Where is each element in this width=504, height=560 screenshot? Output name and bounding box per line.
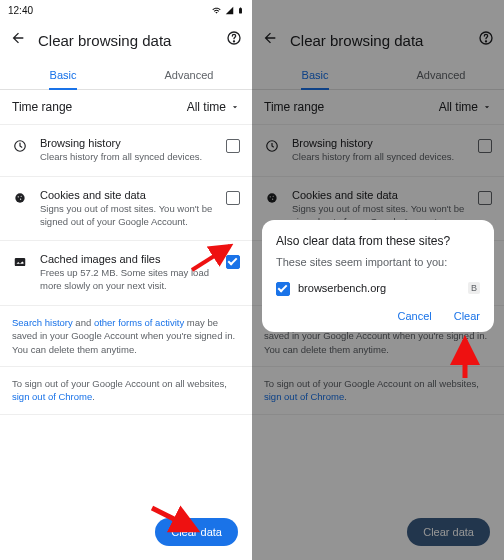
info-signout: To sign out of your Google Account on al… — [0, 367, 252, 415]
dialog-subtitle: These sites seem important to you: — [276, 256, 480, 268]
dialog-site-row[interactable]: browserbench.org B — [276, 280, 480, 296]
time-range-value: All time — [187, 100, 240, 114]
right-pane-dialog-screen: 12:40 Clear browsing data Basic Advanced… — [252, 0, 504, 560]
option-sub: Clears history from all synced devices. — [40, 151, 214, 164]
tabs: Basic Advanced — [0, 60, 252, 90]
tab-basic[interactable]: Basic — [0, 60, 126, 89]
image-icon — [12, 253, 28, 269]
link-search-history[interactable]: Search history — [12, 317, 73, 328]
status-time: 12:40 — [8, 5, 211, 16]
option-sub: Signs you out of most sites. You won't b… — [40, 203, 214, 229]
annotation-arrow-to-checkbox — [186, 238, 242, 276]
left-pane-base-screen: 12:40 Clear browsing data Basic Advanced… — [0, 0, 252, 560]
time-range-label: Time range — [12, 100, 72, 114]
checkbox-cookies[interactable] — [226, 191, 240, 205]
svg-point-4 — [18, 196, 19, 197]
svg-point-5 — [21, 195, 22, 196]
option-title: Cookies and site data — [40, 189, 214, 201]
checkbox-history[interactable] — [226, 139, 240, 153]
page-title: Clear browsing data — [38, 32, 214, 49]
option-cookies[interactable]: Cookies and site data Signs you out of m… — [0, 177, 252, 242]
battery-icon — [237, 5, 244, 16]
status-bar: 12:40 — [0, 0, 252, 20]
history-icon — [12, 137, 28, 153]
annotation-arrow-to-cta — [148, 502, 208, 538]
annotation-arrow-to-dialog-clear — [450, 332, 480, 382]
option-title: Browsing history — [40, 137, 214, 149]
back-icon[interactable] — [10, 30, 26, 50]
site-badge: B — [468, 282, 480, 294]
link-other-activity[interactable]: other forms of activity — [94, 317, 184, 328]
svg-point-1 — [233, 41, 234, 42]
dialog-title: Also clear data from these sites? — [276, 234, 480, 248]
option-browsing-history[interactable]: Browsing history Clears history from all… — [0, 125, 252, 177]
info-search-history: Search history and other forms of activi… — [0, 306, 252, 367]
chevron-down-icon — [230, 102, 240, 112]
dialog-clear-button[interactable]: Clear — [454, 310, 480, 322]
confirm-dialog: Also clear data from these sites? These … — [262, 220, 494, 332]
status-icons — [211, 5, 244, 16]
time-range-row[interactable]: Time range All time — [0, 90, 252, 125]
dialog-cancel-button[interactable]: Cancel — [397, 310, 431, 322]
svg-point-6 — [20, 198, 21, 199]
tab-advanced[interactable]: Advanced — [126, 60, 252, 89]
signal-icon — [225, 6, 234, 15]
app-header: Clear browsing data — [0, 20, 252, 60]
link-signout-chrome[interactable]: sign out of Chrome — [12, 391, 92, 402]
dialog-site-name: browserbench.org — [298, 282, 460, 294]
checkbox-site[interactable] — [276, 282, 290, 296]
wifi-icon — [211, 6, 222, 15]
svg-point-3 — [15, 193, 24, 202]
cookie-icon — [12, 189, 28, 205]
svg-rect-7 — [15, 258, 26, 266]
help-icon[interactable] — [226, 30, 242, 50]
